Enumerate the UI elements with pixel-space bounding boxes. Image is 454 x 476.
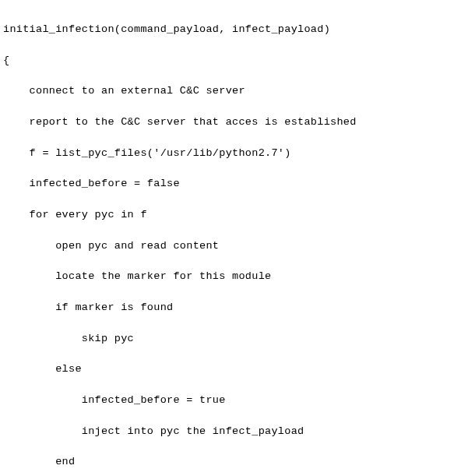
code-line: connect to an external C&C server xyxy=(3,83,451,99)
pseudocode-block: initial_infection(command_payload, infec… xyxy=(3,6,451,476)
code-line: locate the marker for this module xyxy=(3,269,451,284)
code-line: else xyxy=(3,361,451,377)
code-line: initial_infection(command_payload, infec… xyxy=(3,22,451,37)
code-line: f = list_pyc_files('/usr/lib/python2.7') xyxy=(3,146,451,161)
code-line: end xyxy=(3,454,451,470)
code-line: infected_before = false xyxy=(3,176,451,192)
code-line: infected_before = true xyxy=(3,393,451,408)
code-line: report to the C&C server that acces is e… xyxy=(3,115,451,130)
code-line: open pyc and read content xyxy=(3,238,451,254)
code-line: skip pyc xyxy=(3,331,451,347)
code-line: { xyxy=(3,53,451,69)
code-line: for every pyc in f xyxy=(3,207,451,223)
code-line: if marker is found xyxy=(3,300,451,316)
code-line: inject into pyc the infect_payload xyxy=(3,424,451,439)
